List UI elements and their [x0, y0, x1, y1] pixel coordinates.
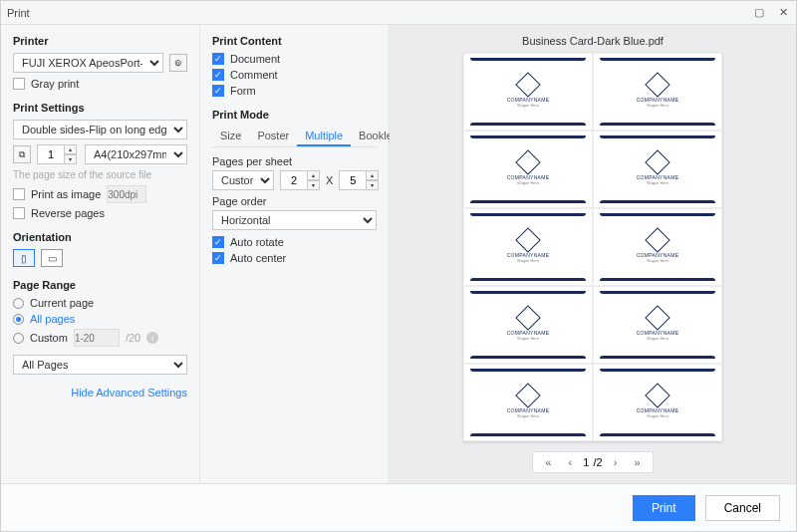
cols-stepper[interactable]: ▴▾ [280, 170, 320, 190]
print-content-heading: Print Content [212, 35, 377, 47]
preview-card: COMPANYNAMESlogan Here [593, 364, 722, 441]
preview-card: COMPANYNAMESlogan Here [463, 364, 593, 441]
printer-properties-icon[interactable]: ⊚ [169, 54, 187, 72]
print-button[interactable]: Print [633, 495, 695, 521]
page-filter-select[interactable]: All Pages [13, 355, 187, 375]
pager-current: 1 [583, 456, 589, 468]
range-current-label: Current page [30, 297, 94, 309]
orientation-landscape[interactable]: ▭ [41, 249, 63, 267]
layout-select[interactable]: Custom [212, 170, 274, 190]
print-as-image-checkbox[interactable] [13, 188, 25, 200]
pages-per-sheet-label: Pages per sheet [212, 155, 377, 167]
content-document-label: Document [230, 53, 280, 65]
collate-icon[interactable]: ⧉ [13, 145, 31, 163]
pager-prev-icon[interactable]: ‹ [561, 456, 579, 468]
info-icon[interactable]: i [146, 332, 158, 344]
orientation-portrait[interactable]: ▯ [13, 249, 35, 267]
preview-card: COMPANYNAMESlogan Here [463, 286, 593, 364]
tab-size[interactable]: Size [212, 127, 249, 146]
range-custom-input[interactable] [74, 329, 120, 347]
content-comment-label: Comment [230, 69, 278, 81]
range-current-radio[interactable] [13, 298, 24, 309]
print-as-image-label: Print as image [31, 188, 101, 200]
reverse-pages-label: Reverse pages [31, 207, 105, 219]
page-range-heading: Page Range [13, 279, 187, 291]
close-icon[interactable]: ✕ [776, 6, 790, 20]
range-custom-label: Custom [30, 332, 68, 344]
hide-advanced-link[interactable]: Hide Advanced Settings [13, 387, 187, 399]
cancel-button[interactable]: Cancel [705, 495, 780, 521]
content-comment-checkbox[interactable]: ✓ [212, 69, 224, 81]
content-form-label: Form [230, 85, 256, 97]
content-form-checkbox[interactable]: ✓ [212, 85, 224, 97]
paper-size-select[interactable]: A4(210x297mm) 21 [85, 144, 187, 164]
preview-card: COMPANYNAMESlogan Here [463, 208, 593, 286]
range-total: /20 [126, 332, 140, 344]
pager-next-icon[interactable]: › [607, 456, 625, 468]
content-document-checkbox[interactable]: ✓ [212, 53, 224, 65]
auto-rotate-checkbox[interactable]: ✓ [212, 236, 224, 248]
page-size-note: The page size of the source file [13, 169, 187, 180]
preview-card: COMPANYNAMESlogan Here [593, 208, 722, 286]
preview-card: COMPANYNAMESlogan Here [463, 131, 593, 208]
printer-heading: Printer [13, 35, 187, 47]
pager-last-icon[interactable]: » [629, 456, 647, 468]
rows-stepper[interactable]: ▴▾ [339, 170, 379, 190]
range-custom-radio[interactable] [13, 333, 24, 344]
printer-select[interactable]: FUJI XEROX ApeosPort-VI C3370 [13, 53, 163, 73]
print-settings-heading: Print Settings [13, 102, 187, 114]
gray-print-label: Gray print [31, 78, 79, 90]
print-mode-heading: Print Mode [212, 109, 377, 121]
dpi-input [107, 185, 146, 203]
range-all-label: All pages [30, 313, 75, 325]
preview-card: COMPANYNAMESlogan Here [593, 131, 722, 208]
range-all-radio[interactable] [13, 314, 24, 325]
copies-stepper[interactable]: ▴▾ [37, 144, 79, 164]
auto-rotate-label: Auto rotate [230, 236, 284, 248]
preview-pager: « ‹ 1/2 › » [532, 451, 653, 473]
auto-center-label: Auto center [230, 252, 286, 264]
preview-card: COMPANYNAMESlogan Here [463, 53, 593, 131]
preview-sheet: COMPANYNAMESlogan Here COMPANYNAMESlogan… [463, 53, 722, 441]
tab-poster[interactable]: Poster [249, 127, 297, 146]
orientation-heading: Orientation [13, 231, 187, 243]
preview-card: COMPANYNAMESlogan Here [593, 53, 722, 131]
window-title: Print [7, 7, 30, 19]
tab-multiple[interactable]: Multiple [297, 127, 351, 146]
gray-print-checkbox[interactable] [13, 78, 25, 90]
preview-card: COMPANYNAMESlogan Here [593, 286, 722, 364]
auto-center-checkbox[interactable]: ✓ [212, 252, 224, 264]
page-order-label: Page order [212, 195, 377, 207]
grid-x-label: X [326, 174, 333, 186]
page-order-select[interactable]: Horizontal [212, 210, 377, 230]
maximize-icon[interactable]: ▢ [752, 6, 766, 20]
preview-filename: Business Card-Dark Blue.pdf [522, 35, 664, 47]
pager-total: /2 [593, 456, 602, 468]
pager-first-icon[interactable]: « [539, 456, 557, 468]
reverse-pages-checkbox[interactable] [13, 207, 25, 219]
duplex-select[interactable]: Double sides-Flip on long edge [13, 120, 187, 139]
